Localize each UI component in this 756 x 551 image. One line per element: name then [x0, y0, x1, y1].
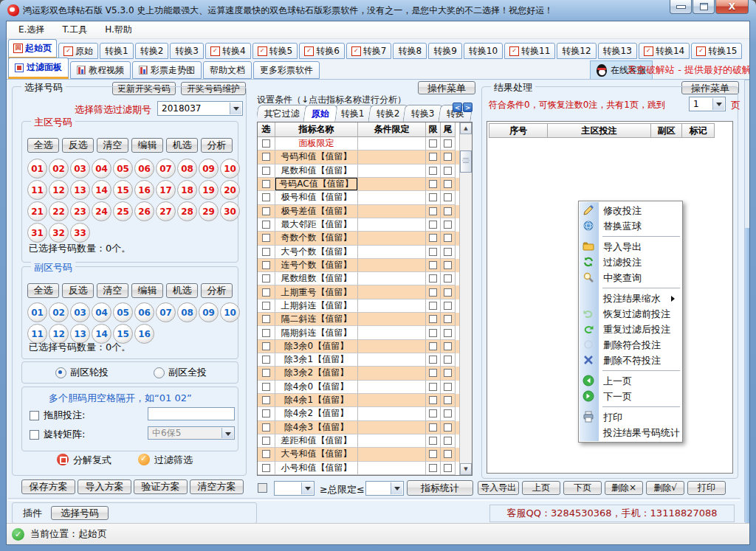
tail-checkbox[interactable]: [444, 450, 452, 458]
tab-scroll-left-icon[interactable]: <: [453, 103, 462, 112]
tail-checkbox[interactable]: [444, 221, 452, 229]
condition-cell[interactable]: [358, 205, 426, 218]
tail-checkbox[interactable]: [444, 329, 452, 337]
menu-item-下一页[interactable]: 下一页: [579, 389, 682, 404]
result-下页-button[interactable]: 下页: [563, 481, 602, 495]
tail-checkbox[interactable]: [444, 139, 452, 148]
indicator-name[interactable]: 除4余3【值留】: [275, 421, 358, 434]
condition-cell[interactable]: [358, 164, 426, 178]
sub-zone-ball-06[interactable]: 06: [134, 302, 154, 322]
matrix-checkbox[interactable]: [30, 430, 39, 440]
condition-cell[interactable]: [358, 137, 426, 150]
filter-tab-其它过滤[interactable]: 其它过滤: [257, 105, 309, 122]
limit-checkbox[interactable]: [429, 302, 437, 310]
scroll-up-icon[interactable]: ▲: [460, 122, 472, 134]
tab-转换7[interactable]: ✓转换7: [346, 43, 392, 59]
result-删除√-button[interactable]: 删除√: [646, 481, 684, 495]
main-zone-ball-25[interactable]: 25: [113, 201, 133, 221]
condition-cell[interactable]: [358, 178, 426, 191]
sub-zone-ball-05[interactable]: 05: [113, 302, 133, 322]
limit-checkbox[interactable]: [429, 342, 437, 350]
main-zone-ball-19[interactable]: 19: [199, 180, 219, 200]
condition-cell[interactable]: [358, 285, 426, 299]
menu-item-打印[interactable]: 打印: [579, 409, 682, 425]
indicator-name[interactable]: 除4余1【值留】: [275, 394, 358, 407]
limit-checkbox[interactable]: [429, 274, 437, 283]
main-zone-ball-02[interactable]: 02: [49, 159, 69, 179]
limit-checkbox[interactable]: [429, 315, 437, 323]
limit-checkbox[interactable]: [429, 356, 437, 364]
dropdown-arrow-icon[interactable]: [230, 103, 241, 114]
result-上页-button[interactable]: 上页: [522, 481, 560, 495]
tail-checkbox[interactable]: [444, 193, 452, 201]
filter-tab-转换3[interactable]: 转换3: [403, 105, 444, 122]
indicator-name[interactable]: 除4余2【值留】: [275, 407, 358, 420]
filter-tab-转换2[interactable]: 转换2: [368, 105, 408, 122]
sub-zone-分析-button[interactable]: 分析: [201, 283, 233, 298]
tab-更多彩票软件[interactable]: 更多彩票软件: [253, 61, 320, 79]
indicator-name[interactable]: 面板限定: [275, 137, 358, 150]
tail-checkbox[interactable]: [444, 423, 452, 432]
select-checkbox[interactable]: [262, 207, 270, 215]
tab-转换11[interactable]: ✓转换11: [504, 43, 555, 59]
maximize-button[interactable]: [693, 0, 715, 14]
tail-checkbox[interactable]: [444, 180, 452, 188]
main-zone-ball-29[interactable]: 29: [199, 201, 219, 221]
select-checkbox[interactable]: [262, 437, 270, 445]
total-limit-min-combobox[interactable]: [274, 481, 315, 496]
sub-zone-编辑-button[interactable]: 编辑: [131, 283, 163, 298]
indicator-name[interactable]: 除3余2【值留】: [275, 367, 358, 380]
main-zone-ball-06[interactable]: 06: [134, 159, 154, 179]
condition-cell[interactable]: [358, 421, 426, 434]
menu-item-删除不符投注[interactable]: 删除不符投注: [579, 353, 682, 368]
main-zone-ball-09[interactable]: 09: [199, 159, 219, 179]
menu-item-恢复过滤前投注[interactable]: 恢复过滤前投注: [579, 306, 682, 322]
condition-cell[interactable]: [358, 340, 426, 353]
tail-checkbox[interactable]: [444, 261, 452, 269]
select-checkbox[interactable]: [262, 180, 270, 188]
scroll-thumb[interactable]: [460, 150, 472, 173]
limit-checkbox[interactable]: [429, 288, 437, 297]
indicator-name[interactable]: 差距和值【值留】: [275, 434, 358, 448]
indicator-name[interactable]: 号码AC值【值留】: [275, 178, 358, 191]
indicator-name[interactable]: 连号个数【值留】: [275, 259, 358, 272]
condition-cell[interactable]: [358, 326, 426, 339]
main-zone-ball-16[interactable]: 16: [134, 180, 154, 200]
result-删除×-button[interactable]: 删除×: [605, 481, 643, 495]
tail-checkbox[interactable]: [444, 356, 452, 364]
condition-cell[interactable]: [358, 353, 426, 367]
tail-checkbox[interactable]: [444, 409, 452, 417]
main-zone-清空-button[interactable]: 清空: [97, 138, 128, 153]
tab-转换5[interactable]: ✓转换5: [252, 43, 298, 59]
condition-cell[interactable]: [358, 434, 426, 448]
tail-checkbox[interactable]: [444, 234, 452, 242]
select-checkbox[interactable]: [262, 369, 270, 377]
sub-zone-ball-02[interactable]: 02: [49, 302, 69, 322]
main-zone-分析-button[interactable]: 分析: [201, 138, 233, 153]
menu-item-投注结果号码统计[interactable]: 投注结果号码统计: [579, 425, 682, 440]
select-checkbox[interactable]: [262, 234, 270, 242]
result-导入导出-button[interactable]: 导入导出: [478, 481, 519, 495]
main-zone-ball-04[interactable]: 04: [92, 159, 111, 179]
middle-operation-menu-button[interactable]: 操作菜单: [418, 81, 475, 94]
indicator-name[interactable]: 奇数个数【值留】: [275, 232, 358, 245]
drag-dan-checkbox[interactable]: [30, 411, 39, 420]
tab-转换14[interactable]: ✓转换14: [639, 43, 690, 59]
main-zone-ball-08[interactable]: 08: [177, 159, 197, 179]
condition-cell[interactable]: [358, 218, 426, 232]
main-zone-ball-26[interactable]: 26: [134, 201, 154, 221]
page-combobox[interactable]: 1: [689, 97, 726, 111]
limit-checkbox[interactable]: [429, 221, 437, 229]
menu-item-删除符合投注[interactable]: 删除符合投注: [579, 337, 682, 353]
tab-过滤面板[interactable]: 过滤面板: [8, 58, 69, 79]
scheme-导入方案-button[interactable]: 导入方案: [78, 479, 131, 494]
select-checkbox[interactable]: [262, 396, 270, 404]
limit-checkbox[interactable]: [429, 396, 437, 404]
tail-checkbox[interactable]: [444, 464, 452, 472]
minimize-button[interactable]: [670, 0, 692, 14]
indicator-name[interactable]: 上期重号【值留】: [275, 285, 358, 299]
limit-checkbox[interactable]: [429, 464, 437, 472]
limit-checkbox[interactable]: [429, 234, 437, 242]
filter-select-link[interactable]: 过滤筛选: [154, 454, 193, 467]
radio-sub-cycle[interactable]: 副区轮投: [55, 366, 109, 379]
